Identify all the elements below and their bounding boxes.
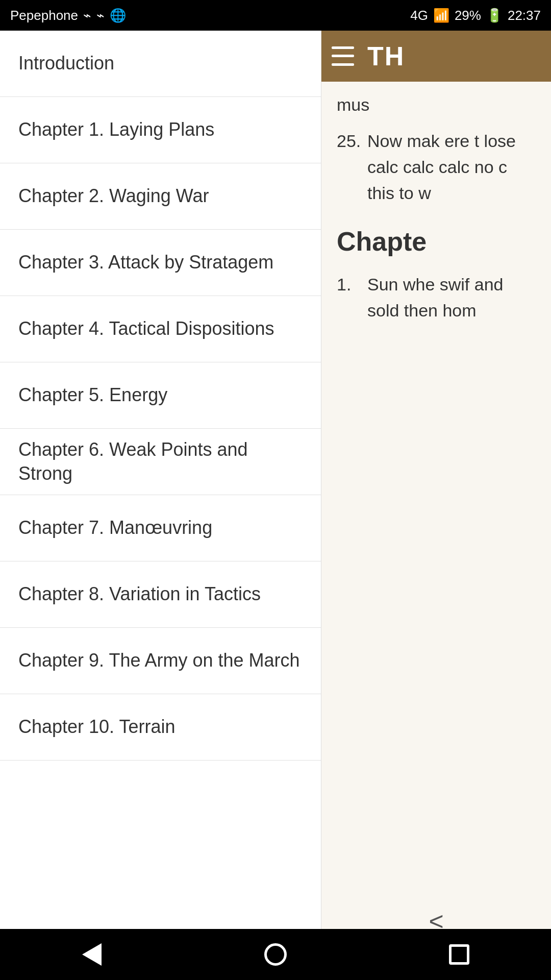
item-number-25: 25. xyxy=(337,128,362,206)
toc-item-chapter5[interactable]: Chapter 5. Energy xyxy=(0,362,321,429)
nav-recent-button[interactable] xyxy=(439,934,480,975)
toc-label-chapter2: Chapter 2. Waging War xyxy=(18,184,209,208)
toc-label-chapter5: Chapter 5. Energy xyxy=(18,383,167,407)
main-container: Introduction Chapter 1. Laying Plans Cha… xyxy=(0,31,551,980)
toc-label-chapter9: Chapter 9. The Army on the March xyxy=(18,649,300,673)
nav-home-button[interactable] xyxy=(255,934,296,975)
nav-recent-icon xyxy=(449,944,469,965)
numbered-item-25: 25. Now mak ere t lose calc calc calc no… xyxy=(337,128,536,206)
hamburger-line-3 xyxy=(332,63,354,66)
toc-item-chapter4[interactable]: Chapter 4. Tactical Dispositions xyxy=(0,296,321,362)
toc-label-chapter7: Chapter 7. Manœuvring xyxy=(18,516,212,540)
nav-back-icon xyxy=(82,943,102,966)
toc-item-chapter3[interactable]: Chapter 3. Attack by Stratagem xyxy=(0,230,321,296)
item-number-1: 1. xyxy=(337,272,362,324)
time-label: 22:37 xyxy=(508,8,541,23)
item-text-1: Sun whe swif and sold then hom xyxy=(367,272,536,324)
chapter-title-partial: Chapte xyxy=(337,222,536,261)
toc-item-chapter1[interactable]: Chapter 1. Laying Plans xyxy=(0,97,321,163)
toc-item-chapter10[interactable]: Chapter 10. Terrain xyxy=(0,694,321,761)
hamburger-line-1 xyxy=(332,46,354,49)
text-partial-mus: mus xyxy=(337,92,536,118)
toc-item-chapter7[interactable]: Chapter 7. Manœuvring xyxy=(0,495,321,561)
bottom-nav xyxy=(0,929,551,980)
toc-item-chapter9[interactable]: Chapter 9. The Army on the March xyxy=(0,628,321,694)
numbered-item-1: 1. Sun whe swif and sold then hom xyxy=(337,272,536,324)
signal-bars-icon: 📶 xyxy=(433,8,449,23)
status-bar-right: 4G 📶 29% 🔋 22:37 xyxy=(410,8,541,23)
toc-label-introduction: Introduction xyxy=(18,52,114,76)
book-content: mus 25. Now mak ere t lose calc calc cal… xyxy=(321,82,551,342)
toc-sidebar: Introduction Chapter 1. Laying Plans Cha… xyxy=(0,31,321,980)
status-bar-left: Pepephone ⌁ ⌁ 🌐 xyxy=(10,8,126,23)
network-icon: 4G xyxy=(410,8,428,23)
toc-label-chapter6: Chapter 6. Weak Points and Strong xyxy=(18,438,303,486)
content-header: TH xyxy=(321,31,551,82)
content-panel: TH mus 25. Now mak ere t lose calc calc … xyxy=(321,31,551,980)
toc-label-chapter1: Chapter 1. Laying Plans xyxy=(18,118,214,142)
toc-label-chapter4: Chapter 4. Tactical Dispositions xyxy=(18,317,274,341)
nav-back-button[interactable] xyxy=(71,934,112,975)
toc-item-chapter2[interactable]: Chapter 2. Waging War xyxy=(0,163,321,230)
toc-item-introduction[interactable]: Introduction xyxy=(0,31,321,97)
nav-home-icon xyxy=(264,943,287,966)
book-title-partial: TH xyxy=(367,41,405,71)
globe-icon: 🌐 xyxy=(110,8,126,23)
toc-label-chapter10: Chapter 10. Terrain xyxy=(18,715,176,739)
battery-label: 29% xyxy=(455,8,481,23)
battery-icon: 🔋 xyxy=(486,8,503,23)
usb-icon-1: ⌁ xyxy=(83,8,91,23)
toc-item-chapter8[interactable]: Chapter 8. Variation in Tactics xyxy=(0,561,321,628)
hamburger-line-2 xyxy=(332,55,354,57)
carrier-label: Pepephone xyxy=(10,8,78,23)
status-bar: Pepephone ⌁ ⌁ 🌐 4G 📶 29% 🔋 22:37 xyxy=(0,0,551,31)
item-text-25: Now mak ere t lose calc calc calc no c t… xyxy=(367,128,536,206)
toc-item-chapter6[interactable]: Chapter 6. Weak Points and Strong xyxy=(0,429,321,495)
usb-icon-2: ⌁ xyxy=(96,8,105,23)
toc-label-chapter8: Chapter 8. Variation in Tactics xyxy=(18,582,261,606)
toc-label-chapter3: Chapter 3. Attack by Stratagem xyxy=(18,251,273,275)
menu-button[interactable] xyxy=(332,43,357,69)
